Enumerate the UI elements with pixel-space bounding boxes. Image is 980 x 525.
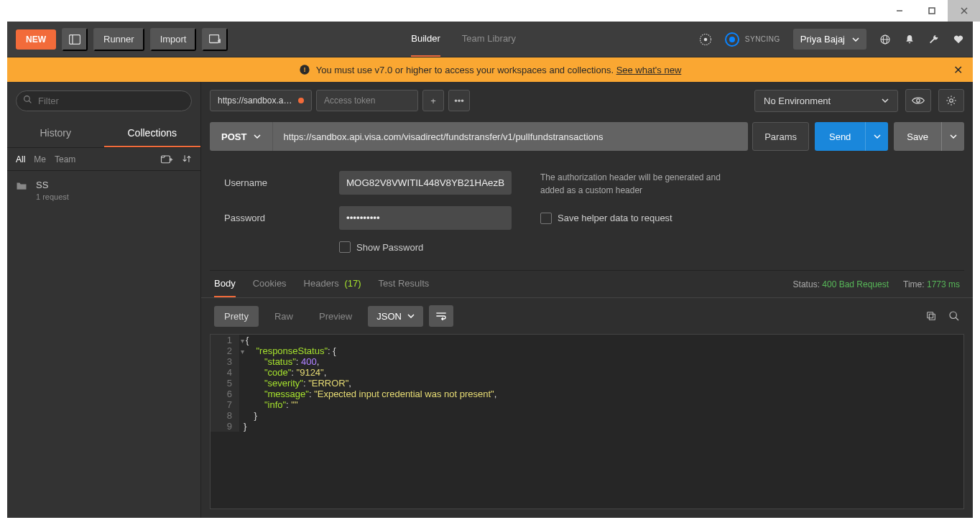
runner-button[interactable]: Runner bbox=[93, 28, 144, 51]
search-response-button[interactable] bbox=[948, 310, 960, 322]
svg-text:!: ! bbox=[303, 66, 305, 73]
close-button[interactable] bbox=[948, 0, 980, 22]
collection-item[interactable]: SS 1 request bbox=[7, 171, 200, 210]
bell-icon[interactable] bbox=[904, 34, 915, 45]
scope-team[interactable]: Team bbox=[55, 154, 75, 164]
heart-icon[interactable] bbox=[953, 34, 964, 45]
new-collection-icon[interactable] bbox=[160, 154, 173, 164]
center-tabs: Builder Team Library bbox=[234, 22, 693, 57]
status-label: Status: bbox=[793, 279, 820, 289]
scope-me[interactable]: Me bbox=[34, 154, 46, 164]
user-dropdown[interactable]: Priya Bajaj bbox=[793, 29, 866, 50]
request-tab-active[interactable]: https://sandbox.api.vi bbox=[210, 90, 312, 111]
filter-input[interactable] bbox=[16, 90, 192, 111]
top-toolbar: NEW Runner Import Builder Team Library S… bbox=[7, 22, 973, 57]
tab-options-button[interactable]: ••• bbox=[448, 90, 470, 111]
sync-label: SYNCING bbox=[745, 35, 780, 43]
svg-rect-18 bbox=[162, 156, 170, 163]
svg-rect-1 bbox=[929, 8, 935, 14]
sidebar-tab-collections[interactable]: Collections bbox=[104, 120, 201, 147]
new-window-button[interactable] bbox=[202, 28, 228, 51]
sidebar-tab-history[interactable]: History bbox=[7, 120, 104, 147]
response-tab-tests[interactable]: Test Results bbox=[379, 278, 430, 297]
status-value: 400 Bad Request bbox=[822, 279, 889, 289]
chevron-down-icon bbox=[254, 134, 261, 139]
auth-helper-text: The authorization header will be generat… bbox=[540, 171, 741, 197]
svg-rect-4 bbox=[70, 34, 80, 44]
save-helper-checkbox[interactable] bbox=[540, 213, 552, 224]
app-frame: NEW Runner Import Builder Team Library S… bbox=[7, 22, 973, 518]
minimize-button[interactable] bbox=[883, 0, 915, 22]
send-options-button[interactable] bbox=[865, 122, 888, 151]
sort-icon[interactable] bbox=[182, 154, 192, 164]
svg-rect-6 bbox=[210, 34, 219, 42]
request-tab-title: https://sandbox.api.vi bbox=[218, 96, 292, 106]
add-tab-button[interactable]: + bbox=[422, 90, 444, 111]
svg-point-22 bbox=[950, 99, 953, 103]
scope-all[interactable]: All bbox=[16, 154, 25, 164]
chevron-down-icon bbox=[407, 314, 415, 318]
request-tab-inactive[interactable]: Access token bbox=[316, 90, 418, 111]
version-banner: ! You must use v7.0 or higher to access … bbox=[7, 57, 973, 82]
folder-icon bbox=[16, 181, 27, 190]
banner-link[interactable]: See what's new bbox=[616, 65, 682, 75]
sync-icon bbox=[725, 32, 739, 47]
banner-text: You must use v7.0 or higher to access yo… bbox=[316, 65, 616, 75]
svg-line-27 bbox=[956, 317, 958, 320]
response-tab-cookies[interactable]: Cookies bbox=[253, 278, 287, 297]
svg-rect-25 bbox=[928, 312, 933, 318]
wrap-lines-button[interactable] bbox=[429, 305, 453, 327]
search-icon bbox=[23, 95, 32, 104]
environment-label: No Environment bbox=[764, 96, 831, 106]
svg-point-21 bbox=[917, 99, 920, 103]
user-name: Priya Bajaj bbox=[800, 34, 845, 45]
svg-point-16 bbox=[24, 96, 30, 102]
svg-rect-24 bbox=[929, 314, 935, 320]
time-value: 1773 ms bbox=[927, 279, 960, 289]
view-preview[interactable]: Preview bbox=[309, 306, 362, 327]
view-pretty[interactable]: Pretty bbox=[214, 306, 259, 327]
response-body[interactable]: 1▾{ 2▾ "responseStatus": { 3 "status": 4… bbox=[210, 334, 964, 509]
svg-point-10 bbox=[704, 37, 708, 41]
tab-team-library[interactable]: Team Library bbox=[462, 22, 516, 57]
environment-quicklook-button[interactable] bbox=[905, 89, 931, 112]
chevron-down-icon bbox=[852, 37, 859, 42]
username-label: Username bbox=[224, 177, 339, 188]
banner-close-button[interactable]: ✕ bbox=[953, 63, 963, 77]
password-input[interactable] bbox=[339, 206, 512, 230]
sync-status[interactable]: SYNCING bbox=[725, 32, 780, 47]
show-password-checkbox[interactable] bbox=[339, 241, 351, 253]
globe-icon[interactable] bbox=[879, 34, 891, 45]
svg-line-17 bbox=[29, 101, 31, 103]
method-label: POST bbox=[221, 131, 246, 142]
warning-icon: ! bbox=[299, 64, 310, 75]
save-helper-label: Save helper data to request bbox=[558, 211, 672, 226]
copy-response-button[interactable] bbox=[925, 310, 937, 322]
environment-settings-button[interactable] bbox=[938, 89, 964, 112]
sidebar: History Collections All Me Team SS 1 req… bbox=[7, 82, 201, 518]
username-input[interactable] bbox=[339, 171, 512, 195]
layout-toggle-button[interactable] bbox=[62, 28, 88, 51]
wrench-icon[interactable] bbox=[928, 34, 940, 45]
environment-dropdown[interactable]: No Environment bbox=[754, 90, 898, 112]
response-tab-headers[interactable]: Headers (17) bbox=[304, 278, 361, 297]
params-button[interactable]: Params bbox=[752, 122, 809, 151]
tab-builder[interactable]: Builder bbox=[411, 22, 440, 57]
new-button[interactable]: NEW bbox=[16, 29, 56, 50]
collection-subtitle: 1 request bbox=[36, 192, 69, 201]
window-titlebar bbox=[0, 0, 980, 22]
send-button[interactable]: Send bbox=[815, 122, 865, 151]
response-tab-body[interactable]: Body bbox=[214, 278, 236, 297]
method-dropdown[interactable]: POST bbox=[210, 122, 272, 151]
maximize-button[interactable] bbox=[915, 0, 948, 22]
format-label: JSON bbox=[376, 311, 402, 322]
url-input[interactable] bbox=[272, 122, 748, 151]
save-options-button[interactable] bbox=[941, 122, 964, 151]
format-dropdown[interactable]: JSON bbox=[368, 306, 423, 327]
capture-icon[interactable] bbox=[699, 33, 712, 46]
save-button[interactable]: Save bbox=[894, 122, 941, 151]
view-raw[interactable]: Raw bbox=[264, 306, 303, 327]
import-button[interactable]: Import bbox=[150, 28, 197, 51]
chevron-down-icon bbox=[882, 98, 889, 103]
show-password-label: Show Password bbox=[356, 242, 423, 253]
